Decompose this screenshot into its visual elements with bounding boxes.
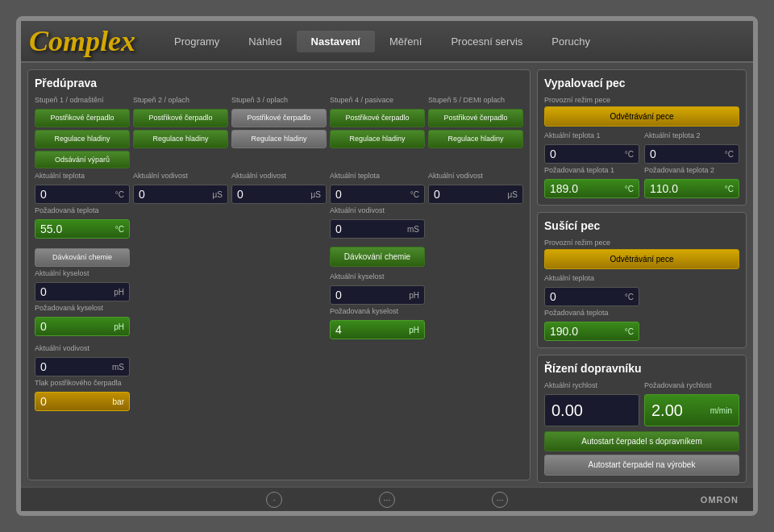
value-pozadovana-teplota-sus[interactable]: 190.0 °C bbox=[544, 322, 639, 341]
value-tlak[interactable]: 0 bar bbox=[35, 392, 130, 411]
value-pozadovana-kyselost-1[interactable]: 0 pH bbox=[35, 317, 130, 336]
nav-poruchy[interactable]: Poruchy bbox=[537, 31, 605, 52]
logo: Complex bbox=[29, 24, 135, 58]
value-aktualni-teplota-sus: 0 °C bbox=[544, 287, 639, 306]
val-aktualni-vodivost-2: 0 bbox=[139, 188, 145, 201]
nav-programy[interactable]: Programy bbox=[160, 31, 234, 52]
footer-dot-2[interactable]: ··· bbox=[379, 492, 395, 508]
unit-aktualni-teplota-1: °C bbox=[115, 190, 124, 199]
val-aktualni-teplota-1: 0 bbox=[40, 188, 47, 201]
btn-postrikove-cerpadlo-5[interactable]: Postřikové čerpadlo bbox=[428, 109, 523, 127]
btn-postrikove-cerpadlo-3[interactable]: Postřikové čerpadlo bbox=[231, 109, 327, 127]
nav-mereni[interactable]: Měření bbox=[375, 31, 436, 52]
label-aktualni-vodivost-3: Aktuální vodivost bbox=[231, 172, 327, 180]
btn-odsavani-vaporu[interactable]: Odsávání výparů bbox=[35, 151, 130, 169]
value-pozadovana-rychlost[interactable]: 2.00 m/min bbox=[644, 394, 739, 426]
unit-pozadovana-kyselost-4: pH bbox=[409, 326, 419, 335]
nav-nastaveni[interactable]: Nastavení bbox=[297, 31, 375, 52]
btn-autostart-cerpadel[interactable]: Autostart čerpadel s dopravníkem bbox=[544, 431, 739, 451]
label-provozni-rezim-sus: Provozní režim pece bbox=[544, 239, 739, 247]
label-aktualni-rychlost: Aktuální rychlost bbox=[544, 381, 639, 389]
nav-procesni-servis[interactable]: Procesní servis bbox=[436, 31, 537, 52]
btn-postrikove-cerpadlo-4[interactable]: Postřikové čerpadlo bbox=[330, 109, 425, 127]
val-aktualni-vodivost-col1: 0 bbox=[40, 360, 47, 373]
val-pozadovana-rychlost: 2.00 bbox=[651, 401, 683, 420]
label-aktualni-teplota-4: Aktuální teplota bbox=[330, 172, 425, 180]
val-pozadovana-teplota1-vyp: 189.0 bbox=[550, 182, 578, 195]
label-aktualni-teplota2-vyp: Aktuální teplota 2 bbox=[644, 131, 739, 139]
btn-provozni-rezim-sus[interactable]: Odvětrávání pece bbox=[544, 249, 739, 269]
value-aktualni-teplota1-vyp: 0 °C bbox=[544, 144, 639, 164]
footer-dot-3[interactable]: ··· bbox=[492, 492, 508, 508]
value-aktualni-vodivost-4: 0 mS bbox=[330, 219, 425, 239]
val-pozadovana-teplota2-vyp: 110.0 bbox=[650, 182, 678, 195]
label-pozadovana-kyselost-4: Požadovaná kyselost bbox=[330, 307, 425, 315]
btn-postrikove-cerpadlo-2[interactable]: Postřikové čerpadlo bbox=[133, 109, 228, 127]
unit-aktualni-teplota-4: °C bbox=[410, 190, 419, 199]
label-aktualni-kyselost-4: Aktuální kyselost bbox=[330, 272, 425, 281]
col1-header: Stupeň 1 / odmaštění bbox=[35, 96, 130, 104]
unit-pozadovana-teplota-sus: °C bbox=[625, 327, 634, 336]
btn-regulace-hladiny-3[interactable]: Regulace hladiny bbox=[231, 130, 327, 148]
label-aktualni-vodivost-col1: Aktuální vodivost bbox=[35, 344, 130, 352]
footer-dot-1[interactable]: · bbox=[266, 492, 282, 508]
label-aktualni-teplota1-vyp: Aktuální teplota 1 bbox=[544, 131, 639, 139]
label-pozadovana-teplota1-vyp: Požadovaná teplota 1 bbox=[544, 166, 639, 174]
label-pozadovana-teplota-1: Požadovaná teplota bbox=[35, 206, 130, 214]
nav-nahled[interactable]: Náhled bbox=[234, 31, 296, 52]
btn-davkovani-chemie-1[interactable]: Dávkování chemie bbox=[35, 248, 130, 267]
unit-pozadovana-rychlost: m/min bbox=[710, 406, 732, 415]
value-aktualni-teplota2-vyp: 0 °C bbox=[644, 144, 739, 164]
label-aktualni-kyselost-1: Aktuální kyselost bbox=[35, 269, 130, 277]
main-frame: Complex Programy Náhled Nastavení Měření… bbox=[16, 16, 758, 516]
unit-aktualni-teplota1-vyp: °C bbox=[625, 150, 634, 159]
label-pozadovana-kyselost-1: Požadovaná kyselost bbox=[35, 304, 130, 312]
unit-tlak: bar bbox=[113, 397, 124, 406]
val-pozadovana-teplota-sus: 190.0 bbox=[550, 325, 578, 338]
val-aktualni-teplota-4: 0 bbox=[335, 188, 342, 201]
unit-pozadovana-kyselost-1: pH bbox=[114, 322, 124, 331]
value-pozadovana-kyselost-4[interactable]: 4 pH bbox=[330, 320, 425, 339]
btn-postrikove-cerpadlo-1[interactable]: Postřikové čerpadlo bbox=[35, 109, 130, 127]
col2-header: Stupeň 2 / oplach bbox=[133, 96, 228, 104]
value-pozadovana-teplota1-vyp[interactable]: 189.0 °C bbox=[544, 179, 639, 198]
value-pozadovana-teplota-1[interactable]: 55.0 °C bbox=[35, 219, 130, 239]
panel-ridopravniku: Řízení dopravníku Aktuální rychlost 0.00… bbox=[537, 355, 747, 483]
btn-autostart-vyrobek[interactable]: Autostart čerpadel na výrobek bbox=[544, 455, 739, 476]
col4-header: Stupeň 4 / pasivace bbox=[330, 96, 425, 104]
panel-preuprava: Předúprava Stupeň 1 / odmaštění Postřiko… bbox=[27, 69, 531, 480]
val-aktualni-teplota1-vyp: 0 bbox=[550, 148, 556, 160]
val-aktualni-vodivost-4: 0 bbox=[335, 222, 342, 235]
label-aktualni-vodivost-4: Aktuální vodivost bbox=[330, 206, 425, 214]
btn-davkovani-chemie-4[interactable]: Dávkování chemie bbox=[330, 247, 425, 267]
right-panels: Vypalovací pec Provozní režim pece Odvět… bbox=[537, 69, 747, 480]
preuprava-title: Předúprava bbox=[35, 77, 523, 89]
unit-pozadovana-teplota-1: °C bbox=[115, 225, 124, 234]
label-provozni-rezim-vyp: Provozní režim pece bbox=[544, 96, 739, 104]
unit-aktualni-teplota2-vyp: °C bbox=[725, 150, 734, 159]
val-tlak: 0 bbox=[40, 395, 47, 408]
btn-regulace-hladiny-5[interactable]: Regulace hladiny bbox=[428, 130, 523, 148]
label-pozadovana-rychlost: Požadovaná rychlost bbox=[644, 381, 739, 389]
footer: · ··· ··· OMRON bbox=[21, 487, 753, 511]
col3-header: Stupeň 3 / oplach bbox=[231, 96, 327, 104]
omron-logo: OMRON bbox=[701, 495, 739, 505]
unit-aktualni-vodivost-3: μS bbox=[311, 190, 321, 199]
unit-pozadovana-teplota1-vyp: °C bbox=[625, 185, 634, 193]
unit-aktualni-kyselost-1: pH bbox=[114, 288, 124, 297]
unit-aktualni-kyselost-4: pH bbox=[409, 291, 419, 300]
btn-regulace-hladiny-4[interactable]: Regulace hladiny bbox=[330, 130, 425, 148]
btn-regulace-hladiny-2[interactable]: Regulace hladiny bbox=[133, 130, 228, 148]
ridopravniku-title: Řízení dopravníku bbox=[544, 362, 739, 375]
label-aktualni-teplota-sus: Aktuální teplota bbox=[544, 274, 639, 282]
btn-regulace-hladiny-1[interactable]: Regulace hladiny bbox=[35, 130, 130, 148]
label-aktualni-teplota-1: Aktuální teplota bbox=[35, 172, 130, 180]
value-aktualni-vodivost-3: 0 μS bbox=[231, 185, 327, 204]
label-aktualni-vodivost-2: Aktuální vodivost bbox=[133, 172, 228, 180]
panel-susicipec: Sušící pec Provozní režim pece Odvětrává… bbox=[537, 212, 747, 348]
label-tlak: Tlak postřikového čerpadla bbox=[35, 379, 130, 387]
btn-provozni-rezim-vyp[interactable]: Odvětrávání pece bbox=[544, 106, 739, 127]
col5-header: Stupeň 5 / DEMI oplach bbox=[428, 96, 523, 104]
value-pozadovana-teplota2-vyp[interactable]: 110.0 °C bbox=[644, 179, 739, 198]
val-pozadovana-kyselost-4: 4 bbox=[335, 323, 342, 336]
